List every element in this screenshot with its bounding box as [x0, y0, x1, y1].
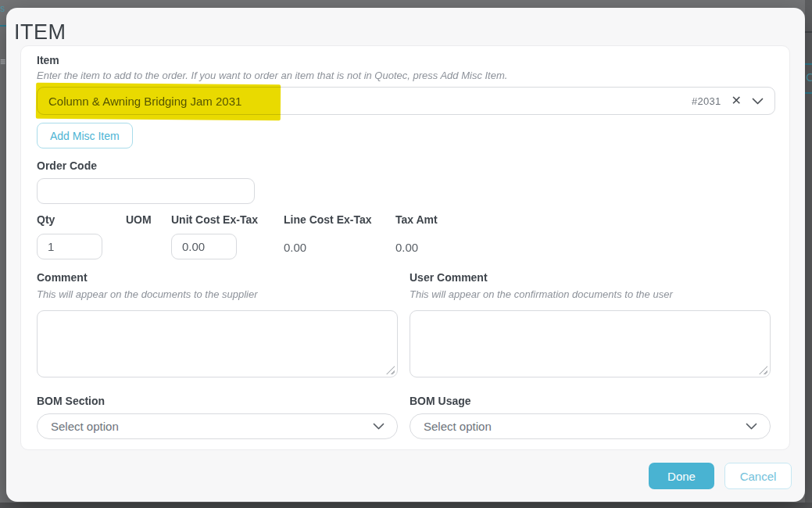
order-code-input[interactable] — [37, 178, 255, 204]
comment-textarea[interactable] — [37, 310, 398, 377]
user-comment-helper-text: This will appear on the confirmation doc… — [410, 288, 673, 300]
backdrop-text-fragment: C — [806, 70, 812, 84]
chevron-down-icon[interactable] — [752, 98, 764, 105]
item-label: Item — [37, 54, 59, 66]
chevron-down-icon — [373, 423, 385, 430]
done-button[interactable]: Done — [649, 463, 714, 489]
backdrop-divider — [805, 31, 812, 33]
tax-amt-label: Tax Amt — [395, 213, 438, 226]
item-code-badge: #2031 — [692, 95, 721, 107]
unit-cost-input[interactable] — [171, 234, 237, 259]
unit-cost-label: Unit Cost Ex-Tax — [171, 213, 258, 226]
item-value: Column & Awning Bridging Jam 2031 — [48, 95, 241, 108]
bom-section-label: BOM Section — [37, 395, 105, 407]
backdrop-left-strip: s ≡ — [0, 0, 6, 503]
line-cost-value: 0.00 — [284, 241, 306, 254]
add-misc-item-button[interactable]: Add Misc Item — [37, 123, 133, 148]
comment-helper-text: This will appear on the documents to the… — [37, 288, 258, 300]
line-cost-label: Line Cost Ex-Tax — [284, 213, 372, 226]
backdrop-divider — [805, 63, 812, 65]
item-helper-text: Enter the item to add to the order. If y… — [37, 70, 507, 81]
backdrop-divider — [0, 25, 6, 27]
backdrop-text-fragment: ≡ — [0, 56, 5, 67]
bom-usage-select[interactable]: Select option — [410, 413, 771, 439]
bom-section-select[interactable]: Select option — [37, 413, 398, 439]
backdrop-bottom-strip — [0, 503, 812, 508]
clear-icon[interactable]: ✕ — [732, 95, 742, 107]
order-code-label: Order Code — [37, 159, 97, 172]
item-form-card: Item Enter the item to add to the order.… — [20, 45, 790, 450]
bom-usage-label: BOM Usage — [410, 395, 471, 407]
qty-label: Qty — [37, 213, 55, 226]
comment-label: Comment — [37, 271, 88, 284]
backdrop-divider — [805, 92, 812, 94]
backdrop-right-strip: C — [805, 0, 812, 503]
user-comment-label: User Comment — [410, 271, 488, 284]
cancel-button[interactable]: Cancel — [724, 463, 792, 489]
bom-section-placeholder: Select option — [38, 420, 119, 433]
resize-handle[interactable] — [759, 366, 767, 374]
uom-label: UOM — [126, 213, 152, 226]
backdrop-text-fragment: s — [0, 3, 5, 14]
item-dialog: ITEM Item Enter the item to add to the o… — [6, 8, 805, 502]
dialog-title: ITEM — [14, 20, 66, 45]
qty-input[interactable] — [37, 234, 102, 259]
bom-usage-placeholder: Select option — [410, 420, 492, 433]
tax-amt-value: 0.00 — [395, 241, 418, 254]
item-combobox[interactable]: Column & Awning Bridging Jam 2031 #2031 … — [37, 87, 775, 115]
resize-handle[interactable] — [386, 366, 395, 374]
chevron-down-icon — [746, 423, 757, 430]
user-comment-textarea[interactable] — [410, 310, 771, 377]
